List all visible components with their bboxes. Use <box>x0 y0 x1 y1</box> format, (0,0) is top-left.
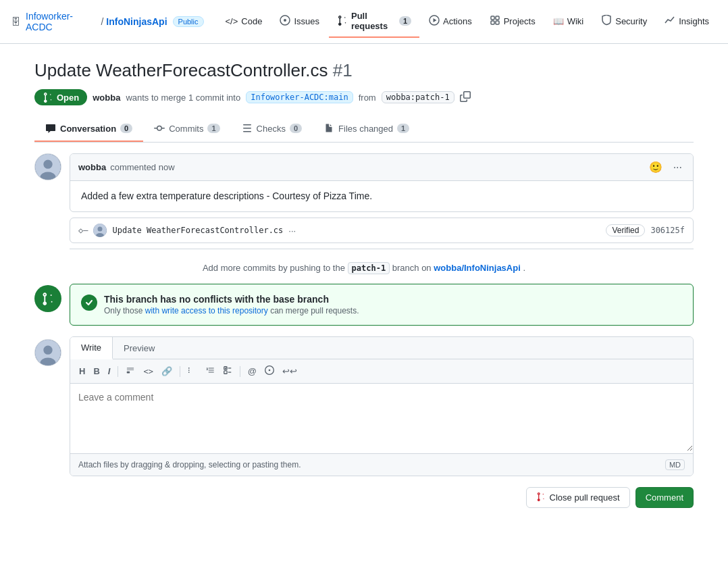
toolbar-unordered-list-btn[interactable] <box>184 363 201 379</box>
merge-check-circle <box>81 295 97 311</box>
avatar <box>34 153 61 212</box>
editor-section: Write Preview H B I <> 🔗 <box>34 336 694 476</box>
pr-author: wobba <box>93 93 120 103</box>
tab-conversation-count: 0 <box>120 124 132 133</box>
merge-subtitle: Only those with write access to this rep… <box>104 306 359 315</box>
tab-security[interactable]: Security <box>593 9 655 34</box>
pr-title-text: Update WeatherForecastController.cs <box>34 60 328 80</box>
comment-box: wobba commented now 🙂 ··· Added a few ex… <box>70 153 694 212</box>
markdown-icon: MD <box>665 459 685 470</box>
toolbar-sep-2 <box>180 366 180 377</box>
close-pr-label: Close pull request <box>550 492 620 503</box>
base-branch-tag[interactable]: Infoworker-ACDC:main <box>246 91 353 103</box>
copy-icon[interactable] <box>460 91 471 104</box>
toolbar-undo-btn[interactable]: ↩↩ <box>279 364 301 378</box>
tab-actions[interactable]: Actions <box>421 9 480 34</box>
emoji-react-button[interactable]: 🙂 <box>646 159 665 175</box>
tab-conversation[interactable]: Conversation 0 <box>34 116 143 142</box>
pr-number: #1 <box>333 60 353 80</box>
comment-author[interactable]: wobba <box>78 162 106 172</box>
top-nav: 🗄 Infoworker-ACDC / InfoNinjasApi Public… <box>0 0 728 44</box>
actions-icon <box>429 15 440 28</box>
tab-code[interactable]: </> Code <box>217 11 271 33</box>
editor-footer: Attach files by dragging & dropping, sel… <box>70 453 693 476</box>
preview-tab[interactable]: Preview <box>113 337 165 359</box>
comment-time: commented now <box>110 162 174 172</box>
code-icon: </> <box>226 16 238 26</box>
push-hint-text1: Add more commits by pushing to the <box>203 263 345 273</box>
tab-pull-requests[interactable]: Pull requests 1 <box>329 5 419 38</box>
tab-actions-label: Actions <box>443 16 472 26</box>
pr-merge-text: wants to merge 1 commit into <box>126 93 240 103</box>
open-badge: Open <box>34 89 87 105</box>
comment-textarea[interactable] <box>70 384 693 451</box>
close-pr-icon <box>536 492 546 503</box>
security-icon <box>601 15 612 28</box>
org-link[interactable]: Infoworker-ACDC <box>26 11 98 32</box>
tab-checks-count: 0 <box>290 124 302 133</box>
merge-section-icon <box>41 292 55 305</box>
toolbar-italic-btn[interactable]: I <box>105 364 114 378</box>
comment-header: wobba commented now 🙂 ··· <box>70 154 693 181</box>
tab-files-changed[interactable]: Files changed 1 <box>313 116 420 142</box>
tab-code-label: Code <box>241 16 262 26</box>
tab-pull-requests-label: Pull requests <box>351 11 396 31</box>
repo-link[interactable]: InfoNinjasApi <box>106 16 167 27</box>
tab-security-label: Security <box>615 16 647 26</box>
tab-conversation-label: Conversation <box>60 124 116 134</box>
checks-icon <box>242 123 253 134</box>
pr-tabs: Conversation 0 Commits 1 Checks 0 Files … <box>34 116 694 143</box>
tab-commits[interactable]: Commits 1 <box>143 116 230 142</box>
toolbar-sep-1 <box>118 366 118 377</box>
tab-projects-label: Projects <box>504 16 536 26</box>
toolbar-ref-btn[interactable] <box>261 363 278 379</box>
svg-marker-3 <box>434 18 437 22</box>
commit-hash: 306125f <box>650 226 685 235</box>
tab-wiki[interactable]: 📖 Wiki <box>545 11 592 33</box>
open-badge-label: Open <box>57 93 79 103</box>
toolbar-link-btn[interactable]: 🔗 <box>158 364 176 378</box>
tab-insights[interactable]: Insights <box>656 9 717 34</box>
toolbar-code-btn[interactable]: <> <box>140 365 156 378</box>
merge-section: This branch has no conflicts with the ba… <box>34 284 694 326</box>
head-branch-tag[interactable]: wobba:patch-1 <box>382 91 454 103</box>
issues-icon <box>280 15 290 28</box>
toolbar-task-list-btn[interactable] <box>219 363 236 379</box>
close-pull-request-button[interactable]: Close pull request <box>526 487 630 508</box>
write-tab[interactable]: Write <box>70 337 113 359</box>
toolbar-ordered-list-btn[interactable] <box>202 363 218 379</box>
tab-checks[interactable]: Checks 0 <box>231 116 313 142</box>
toolbar-quote-btn[interactable] <box>122 363 138 379</box>
commit-more-btn[interactable]: ··· <box>288 226 296 236</box>
comment-header-right: 🙂 ··· <box>646 159 685 175</box>
merge-access-link[interactable]: with write access to this repository <box>145 306 268 315</box>
pull-requests-icon <box>337 15 348 28</box>
svg-point-15 <box>43 346 52 355</box>
comment-button[interactable]: Comment <box>635 487 694 508</box>
path-separator: / <box>101 16 103 27</box>
repo-icon: 🗄 <box>11 16 20 27</box>
thread-divider <box>70 249 694 249</box>
merge-text: This branch has no conflicts with the ba… <box>104 294 359 315</box>
commit-message[interactable]: Update WeatherForecastController.cs <box>112 226 283 235</box>
merge-badge-icon <box>43 92 53 103</box>
comment-more-button[interactable]: ··· <box>671 160 685 175</box>
tab-wiki-label: Wiki <box>567 16 584 26</box>
tab-issues[interactable]: Issues <box>271 9 328 34</box>
editor-toolbar: H B I <> 🔗 @ <box>70 359 693 384</box>
toolbar-heading-btn[interactable]: H <box>76 364 88 378</box>
merge-box-inner: This branch has no conflicts with the ba… <box>70 284 693 325</box>
push-hint-text2: branch on <box>392 263 432 273</box>
svg-rect-22 <box>224 371 227 374</box>
toolbar-bold-btn[interactable]: B <box>90 364 103 378</box>
merge-title: This branch has no conflicts with the ba… <box>104 294 359 305</box>
tab-checks-label: Checks <box>257 124 286 134</box>
tab-files-changed-count: 1 <box>397 124 409 133</box>
main-content: Update WeatherForecastController.cs #1 O… <box>13 44 715 524</box>
merge-box: This branch has no conflicts with the ba… <box>70 284 694 326</box>
projects-icon <box>490 15 500 28</box>
toolbar-mention-btn[interactable]: @ <box>244 364 260 378</box>
repo-link-hint[interactable]: wobba/InfoNinjasApi <box>434 263 521 273</box>
tab-projects[interactable]: Projects <box>482 9 544 34</box>
push-hint-period: . <box>523 263 525 273</box>
